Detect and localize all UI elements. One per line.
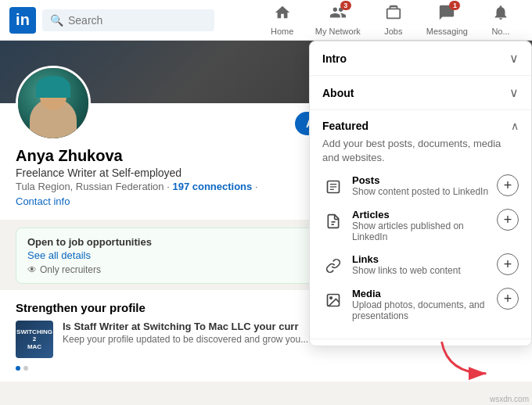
featured-chevron-icon[interactable]: ∧ — [511, 120, 519, 132]
jobs-icon — [385, 4, 402, 25]
dot-1 — [16, 366, 20, 371]
avatar-image — [18, 68, 88, 138]
location-text: Tula Region, Russian Federation — [16, 181, 164, 192]
strengthen-item-desc: Keep your profile updated to be discover… — [63, 334, 308, 345]
featured-header: Featured ∧ — [322, 120, 519, 132]
home-icon — [274, 4, 291, 25]
posts-title: Posts — [352, 174, 489, 186]
featured-articles-row: Articles Show articles published on Link… — [322, 209, 519, 242]
nav-items: Home 3 My Network Jobs 1 Messaging — [261, 1, 523, 39]
featured-section: Featured ∧ Add your best posts, document… — [310, 110, 531, 339]
links-icon — [322, 255, 344, 277]
nav-jobs[interactable]: Jobs — [372, 1, 415, 39]
messaging-badge: 1 — [449, 1, 460, 10]
articles-desc: Show articles published on LinkedIn — [352, 220, 489, 242]
featured-posts-row: Posts Show content posted to LinkedIn + — [322, 174, 519, 198]
media-title: Media — [352, 288, 489, 299]
profile-section-dropdown: Intro ∨ About ∨ Featured ∧ Add your best… — [309, 41, 532, 346]
visibility-text: Only recruiters — [40, 264, 101, 275]
search-input[interactable] — [68, 14, 207, 27]
notifications-label: No... — [491, 27, 509, 36]
add-articles-button[interactable]: + — [497, 209, 519, 231]
links-title: Links — [352, 253, 489, 265]
messaging-icon: 1 — [438, 4, 455, 25]
featured-description: Add your best posts, documents, media an… — [322, 137, 519, 165]
jobs-label: Jobs — [384, 27, 402, 36]
about-label: About — [322, 87, 354, 99]
intro-label: Intro — [322, 52, 347, 65]
articles-icon — [322, 210, 344, 232]
featured-media-row: Media Upload photos, documents, and pres… — [322, 288, 519, 321]
nav-home[interactable]: Home — [261, 1, 304, 39]
home-label: Home — [271, 27, 293, 36]
media-content: Media Upload photos, documents, and pres… — [352, 288, 489, 321]
strengthen-item-strong: Is Staff Writer at Switching To Mac LLC … — [63, 321, 298, 332]
notifications-icon — [492, 4, 509, 25]
add-posts-button[interactable]: + — [497, 174, 519, 196]
avatar-hair — [36, 76, 70, 98]
dropdown-about[interactable]: About ∨ — [310, 76, 531, 110]
dot-2 — [23, 366, 28, 371]
links-desc: Show links to web content — [352, 265, 489, 276]
media-desc: Upload photos, documents, and presentati… — [352, 299, 489, 321]
search-bar[interactable]: 🔍 — [42, 9, 214, 31]
messaging-label: Messaging — [426, 27, 468, 36]
strengthen-item-text: Is Staff Writer at Switching To Mac LLC … — [63, 321, 308, 332]
avatar — [16, 66, 91, 141]
network-icon: 3 — [329, 4, 347, 25]
articles-title: Articles — [352, 209, 489, 220]
svg-point-9 — [330, 297, 332, 299]
articles-content: Articles Show articles published on Link… — [352, 209, 489, 242]
dropdown-intro[interactable]: Intro ∨ — [310, 41, 531, 76]
add-links-button[interactable]: + — [497, 253, 519, 275]
posts-content: Posts Show content posted to LinkedIn — [352, 174, 489, 197]
dot-indicators — [16, 366, 516, 371]
strengthen-content: Is Staff Writer at Switching To Mac LLC … — [63, 321, 308, 345]
watermark: wsxdn.com — [490, 395, 529, 403]
add-media-button[interactable]: + — [497, 288, 519, 310]
about-chevron-icon: ∨ — [509, 85, 519, 100]
nav-notifications[interactable]: No... — [479, 1, 523, 39]
search-icon: 🔍 — [50, 14, 63, 27]
featured-title: Featured — [322, 120, 368, 132]
navbar: in 🔍 Home 3 My Network Jobs — [0, 0, 532, 41]
eye-icon: 👁 — [27, 264, 37, 275]
posts-icon — [322, 176, 344, 198]
network-badge: 3 — [340, 1, 351, 10]
posts-desc: Show content posted to LinkedIn — [352, 186, 489, 197]
intro-chevron-icon: ∨ — [509, 51, 519, 66]
links-content: Links Show links to web content — [352, 253, 489, 276]
linkedin-logo[interactable]: in — [9, 7, 36, 34]
nav-network[interactable]: 3 My Network — [306, 1, 370, 39]
connections-link[interactable]: 197 connections — [172, 181, 252, 192]
featured-links-row: Links Show links to web content + — [322, 253, 519, 277]
company-thumbnail: SWITCHING2MAC — [16, 321, 53, 358]
media-icon — [322, 289, 344, 311]
nav-messaging[interactable]: 1 Messaging — [417, 1, 477, 39]
network-label: My Network — [315, 27, 361, 36]
